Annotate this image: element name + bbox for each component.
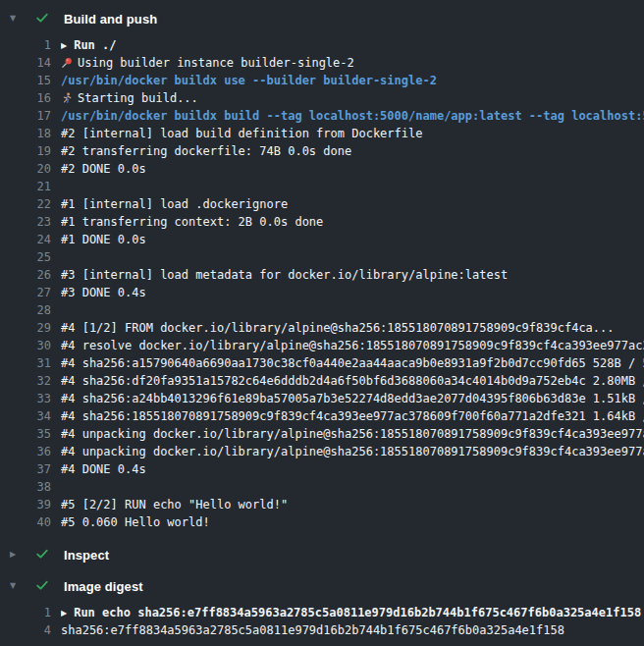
line-text: #2 transferring dockerfile: 74B 0.0s don… (61, 144, 351, 158)
log-line-text (61, 248, 644, 266)
line-text: #4 sha256:a24bb4013296f61e89ba57005a7b3e… (61, 392, 644, 405)
log-line-text: #4 sha256:df20fa9351a15782c64e6dddb2d4a6… (61, 372, 644, 390)
line-number[interactable]: 40 (0, 513, 51, 531)
line-number[interactable]: 32 (0, 372, 51, 390)
line-number[interactable]: 19 (0, 142, 51, 160)
line-text: #1 DONE 0.0s (61, 233, 146, 246)
line-number[interactable]: 35 (0, 425, 51, 443)
log-group-line[interactable]: ▶Run ./ (61, 36, 644, 54)
line-number[interactable]: 22 (0, 195, 51, 213)
line-number[interactable]: 1 (0, 604, 51, 621)
log-line-text: #2 [internal] load build definition from… (61, 125, 644, 142)
line-text: #4 resolve docker.io/library/alpine@sha2… (61, 339, 644, 352)
log-line: 30#4 resolve docker.io/library/alpine@sh… (0, 337, 644, 354)
log-line: 34#4 sha256:185518070891758909c9f839cf4c… (0, 407, 644, 425)
line-text: Starting build... (78, 91, 198, 105)
line-number[interactable]: 26 (0, 266, 51, 284)
section-header-inspect[interactable]: ▶Inspect (0, 543, 644, 566)
log-line-text: sha256:e7ff8834a5963a2785c5a0811e979d16b… (61, 621, 644, 639)
section-title: Inspect (64, 548, 109, 563)
line-number[interactable]: 23 (0, 213, 51, 231)
log-line-text: #4 [1/2] FROM docker.io/library/alpine@s… (61, 319, 644, 337)
line-number[interactable]: 14 (0, 54, 51, 72)
log-line-text: #2 transferring dockerfile: 74B 0.0s don… (61, 142, 644, 160)
log-line-text: #4 DONE 0.4s (61, 460, 644, 478)
log-line: 29#4 [1/2] FROM docker.io/library/alpine… (0, 319, 644, 337)
log-line-text: #4 sha256:a15790640a6690aa1730c38cf0a440… (61, 354, 644, 372)
log-line: 19#2 transferring dockerfile: 74B 0.0s d… (0, 142, 644, 160)
section-header-build-and-push[interactable]: ▼Build and push (0, 7, 644, 30)
line-number[interactable]: 34 (0, 407, 51, 425)
log-line: 31#4 sha256:a15790640a6690aa1730c38cf0a4… (0, 354, 644, 372)
log-line: 38 (0, 478, 644, 496)
log-line: 20#2 DONE 0.0s (0, 160, 644, 178)
line-number[interactable]: 17 (0, 107, 51, 125)
success-check-icon (35, 578, 49, 595)
line-text: #3 [internal] load metadata for docker.i… (61, 268, 508, 282)
log-line-text: #4 resolve docker.io/library/alpine@sha2… (61, 337, 644, 354)
line-number[interactable]: 25 (0, 248, 51, 266)
section-title: Build and push (64, 12, 157, 27)
line-text: #4 DONE 0.4s (61, 462, 146, 476)
success-check-icon (35, 11, 49, 27)
line-number[interactable]: 27 (0, 284, 51, 301)
chevron-down-icon[interactable]: ▼ (10, 582, 22, 590)
line-number[interactable]: 39 (0, 496, 51, 513)
log-line: 1▶Run ./ (0, 36, 644, 54)
log-line-text: #4 sha256:185518070891758909c9f839cf4ca3… (61, 407, 644, 425)
log-line: 35#4 unpacking docker.io/library/alpine@… (0, 425, 644, 443)
log-command-text: /usr/bin/docker buildx use --builder bui… (61, 72, 644, 89)
log-line: 22#1 [internal] load .dockerignore (0, 195, 644, 213)
log-command-text: /usr/bin/docker buildx build --tag local… (61, 107, 644, 125)
log-lines: 1▶Run echo sha256:e7ff8834a5963a2785c5a0… (0, 598, 644, 643)
section-header-image-digest[interactable]: ▼Image digest (0, 574, 644, 598)
line-text: #4 sha256:a15790640a6690aa1730c38cf0a440… (61, 356, 644, 370)
line-number[interactable]: 38 (0, 478, 51, 496)
line-number[interactable]: 24 (0, 231, 51, 248)
log-line: 36#4 unpacking docker.io/library/alpine@… (0, 443, 644, 460)
line-text: Run ./ (74, 38, 116, 52)
line-text: /usr/bin/docker buildx use --builder bui… (61, 74, 437, 87)
line-number[interactable]: 1 (0, 36, 51, 54)
log-line: 39#5 [2/2] RUN echo "Hello world!" (0, 496, 644, 513)
log-line: 4sha256:e7ff8834a5963a2785c5a0811e979d16… (0, 621, 644, 639)
line-number[interactable]: 20 (0, 160, 51, 178)
line-number[interactable]: 37 (0, 460, 51, 478)
chevron-right-icon[interactable]: ▶ (10, 551, 22, 559)
line-number[interactable]: 30 (0, 337, 51, 354)
line-text: #5 [2/2] RUN echo "Hello world!" (61, 498, 288, 511)
section-image-digest: ▼Image digest1▶Run echo sha256:e7ff8834a… (0, 574, 644, 643)
log-line: 15/usr/bin/docker buildx use --builder b… (0, 72, 644, 89)
line-number[interactable]: 33 (0, 390, 51, 407)
line-number[interactable]: 16 (0, 89, 51, 107)
line-text: #5 0.060 Hello world! (61, 515, 210, 529)
line-number[interactable]: 36 (0, 443, 51, 460)
log-line-text: #5 0.060 Hello world! (61, 513, 644, 531)
log-line: 32#4 sha256:df20fa9351a15782c64e6dddb2d4… (0, 372, 644, 390)
line-number[interactable]: 29 (0, 319, 51, 337)
line-number[interactable]: 31 (0, 354, 51, 372)
line-number[interactable]: 15 (0, 72, 51, 89)
line-text: #2 [internal] load build definition from… (61, 127, 422, 140)
line-text: #1 transferring context: 2B 0.0s done (61, 215, 323, 229)
line-number[interactable]: 28 (0, 301, 51, 319)
chevron-down-icon[interactable]: ▼ (10, 15, 22, 23)
log-line: 25 (0, 248, 644, 266)
log-lines: 1▶Run ./14Using builder instance builder… (0, 30, 644, 535)
log-line: 16Starting build... (0, 89, 644, 107)
log-line: 14Using builder instance builder-single-… (0, 54, 644, 72)
line-number[interactable]: 21 (0, 178, 51, 195)
log-group-line[interactable]: ▶Run echo sha256:e7ff8834a5963a2785c5a08… (61, 604, 644, 621)
log-line: 37#4 DONE 0.4s (0, 460, 644, 478)
workflow-log-viewer: ▼Build and push1▶Run ./14Using builder i… (0, 7, 644, 643)
log-line-text: #1 DONE 0.0s (61, 231, 644, 248)
line-text: #4 sha256:185518070891758909c9f839cf4ca3… (61, 409, 644, 423)
line-text: #4 unpacking docker.io/library/alpine@sh… (61, 445, 644, 458)
line-number[interactable]: 4 (0, 621, 51, 639)
expand-play-icon[interactable]: ▶ (61, 605, 67, 621)
line-text: #4 sha256:df20fa9351a15782c64e6dddb2d4a6… (61, 374, 644, 388)
log-line: 18#2 [internal] load build definition fr… (0, 125, 644, 142)
expand-play-icon[interactable]: ▶ (61, 37, 67, 54)
log-line-text (61, 478, 644, 496)
line-number[interactable]: 18 (0, 125, 51, 142)
